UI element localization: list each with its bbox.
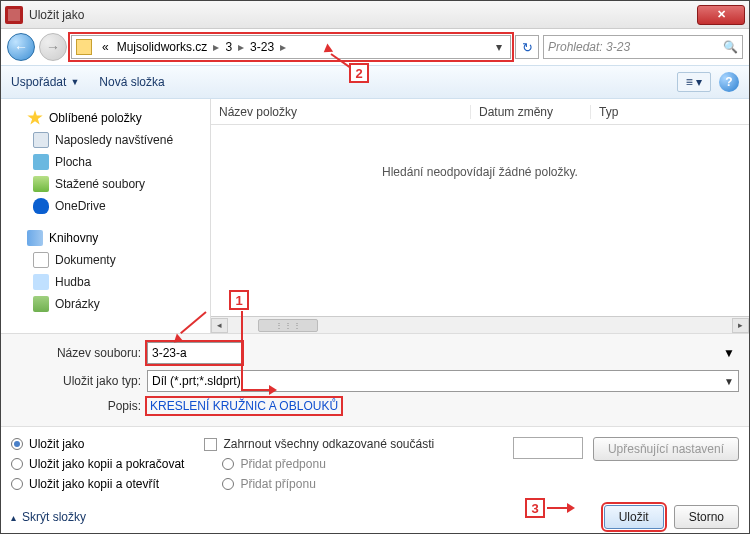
scrollbar[interactable]: ◂ ⋮⋮⋮ ▸ [211, 316, 749, 333]
scroll-thumb[interactable]: ⋮⋮⋮ [258, 319, 318, 332]
music-icon [33, 274, 49, 290]
description-input[interactable]: KRESLENÍ KRUŽNIC A OBLOUKŮ [147, 398, 341, 414]
filetype-label: Uložit jako typ: [11, 374, 141, 388]
tree-libraries[interactable]: Knihovny [5, 227, 206, 249]
checkbox-include-refs[interactable]: Zahrnout všechny odkazované součásti [204, 437, 434, 451]
star-icon [27, 110, 43, 126]
form-area: Název souboru: 3-23-a ▼ Uložit jako typ:… [1, 333, 749, 426]
desktop-icon [33, 154, 49, 170]
filename-label: Název souboru: [11, 346, 141, 360]
search-icon: 🔍 [723, 40, 738, 54]
new-folder-button[interactable]: Nová složka [99, 75, 164, 89]
tree-item-documents[interactable]: Dokumenty [5, 249, 206, 271]
radio-save-copy-continue[interactable]: Uložit jako kopii a pokračovat [11, 457, 184, 471]
tree-item-onedrive[interactable]: OneDrive [5, 195, 206, 217]
prefix-suffix-input[interactable] [513, 437, 583, 459]
scroll-left[interactable]: ◂ [211, 318, 228, 333]
tree-item-recent[interactable]: Naposledy navštívené [5, 129, 206, 151]
radio-icon [11, 458, 23, 470]
breadcrumb-item[interactable]: Mujsolidworks.cz [113, 40, 212, 54]
help-button[interactable]: ? [719, 72, 739, 92]
document-icon [33, 252, 49, 268]
tree-item-downloads[interactable]: Stažené soubory [5, 173, 206, 195]
downloads-icon [33, 176, 49, 192]
scroll-right[interactable]: ▸ [732, 318, 749, 333]
file-list: Název položky Datum změny Typ Hledání ne… [211, 99, 749, 333]
radio-save-as[interactable]: Uložit jako [11, 437, 184, 451]
breadcrumb-item[interactable]: 3 [221, 40, 236, 54]
column-headers: Název položky Datum změny Typ [211, 99, 749, 125]
toolbar: Uspořádat ▼ Nová složka ≡ ▾ ? [1, 65, 749, 99]
recent-icon [33, 132, 49, 148]
nav-row: ← → « Mujsolidworks.cz ▸ 3 ▸ 3-23 ▸ ▾ ↻ … [1, 29, 749, 65]
titlebar: Uložit jako ✕ [1, 1, 749, 29]
description-label: Popis: [11, 399, 141, 413]
annotation-1: 1 [229, 290, 249, 310]
filetype-select[interactable]: Díl (*.prt;*.sldprt) ▼ [147, 370, 739, 392]
folder-icon [76, 39, 92, 55]
annotation-2: 2 [349, 63, 369, 83]
radio-add-prefix: Přidat předponu [204, 457, 434, 471]
radio-add-suffix: Přidat příponu [204, 477, 434, 491]
forward-button[interactable]: → [39, 33, 67, 61]
save-as-dialog: Uložit jako ✕ ← → « Mujsolidworks.cz ▸ 3… [0, 0, 750, 534]
body: Oblíbené položky Naposledy navštívené Pl… [1, 99, 749, 333]
tree-item-music[interactable]: Hudba [5, 271, 206, 293]
onedrive-icon [33, 198, 49, 214]
search-placeholder: Prohledat: 3-23 [548, 40, 630, 54]
close-button[interactable]: ✕ [697, 5, 745, 25]
back-button[interactable]: ← [7, 33, 35, 61]
column-name[interactable]: Název položky [211, 105, 471, 119]
cancel-button[interactable]: Storno [674, 505, 739, 529]
breadcrumb-dropdown[interactable]: ▾ [492, 40, 506, 54]
advanced-button[interactable]: Upřesňující nastavení [593, 437, 739, 461]
chevron-up-icon: ▴ [11, 512, 16, 523]
chevron-down-icon[interactable]: ▼ [723, 346, 735, 360]
refresh-button[interactable]: ↻ [515, 35, 539, 59]
annotation-3: 3 [525, 498, 545, 518]
organize-menu[interactable]: Uspořádat ▼ [11, 75, 79, 89]
checkbox-icon [204, 438, 217, 451]
pictures-icon [33, 296, 49, 312]
column-type[interactable]: Typ [591, 105, 749, 119]
tree-favorites[interactable]: Oblíbené položky [5, 107, 206, 129]
chevron-right-icon: ▸ [278, 40, 288, 54]
window-title: Uložit jako [29, 8, 84, 22]
filename-input[interactable]: 3-23-a [147, 342, 242, 364]
breadcrumb-item[interactable]: 3-23 [246, 40, 278, 54]
empty-message: Hledání neodpovídají žádné položky. [211, 125, 749, 316]
folder-tree: Oblíbené položky Naposledy navštívené Pl… [1, 99, 211, 333]
chevron-right-icon: ▸ [211, 40, 221, 54]
radio-icon [11, 478, 23, 490]
view-mode-button[interactable]: ≡ ▾ [677, 72, 711, 92]
chevron-right-icon: ▸ [236, 40, 246, 54]
footer: ▴ Skrýt složky Uložit Storno [1, 501, 749, 533]
breadcrumb[interactable]: « Mujsolidworks.cz ▸ 3 ▸ 3-23 ▸ ▾ [71, 35, 511, 59]
search-input[interactable]: Prohledat: 3-23 🔍 [543, 35, 743, 59]
app-icon [5, 6, 23, 24]
chevron-down-icon: ▼ [724, 376, 734, 387]
radio-icon [222, 478, 234, 490]
breadcrumb-prefix: « [98, 40, 113, 54]
tree-item-desktop[interactable]: Plocha [5, 151, 206, 173]
hide-folders-button[interactable]: Skrýt složky [22, 510, 86, 524]
options-area: Uložit jako Uložit jako kopii a pokračov… [1, 426, 749, 501]
radio-icon [222, 458, 234, 470]
tree-item-pictures[interactable]: Obrázky [5, 293, 206, 315]
radio-save-copy-open[interactable]: Uložit jako kopii a otevřít [11, 477, 184, 491]
radio-icon [11, 438, 23, 450]
chevron-down-icon: ▼ [70, 77, 79, 87]
save-button[interactable]: Uložit [604, 505, 664, 529]
libraries-icon [27, 230, 43, 246]
column-date[interactable]: Datum změny [471, 105, 591, 119]
